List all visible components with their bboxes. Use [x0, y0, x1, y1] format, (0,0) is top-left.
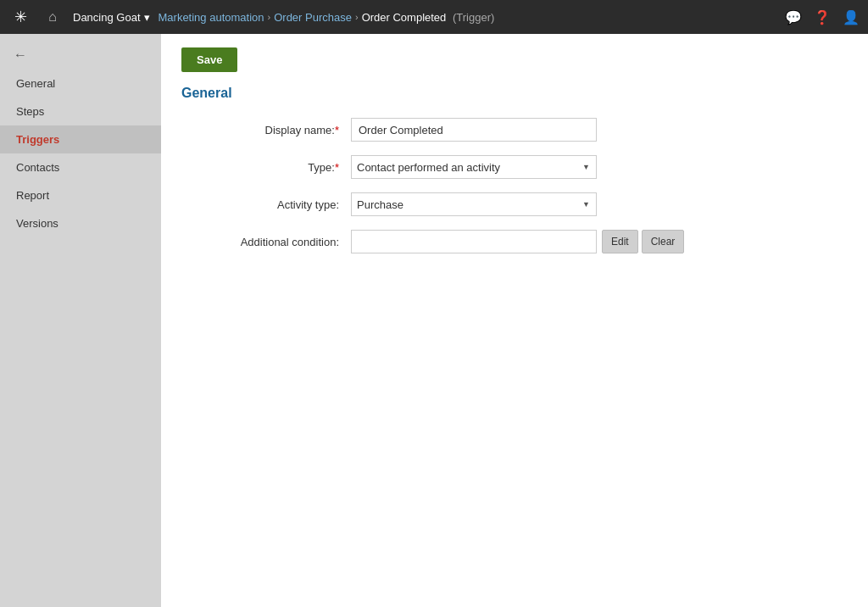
home-icon[interactable]: ⌂: [41, 5, 64, 29]
type-select[interactable]: Contact performed an activity Contact vi…: [351, 155, 597, 179]
activity-type-select-wrapper: Purchase Page visit Form submission: [351, 192, 597, 216]
clear-condition-button[interactable]: Clear: [642, 230, 685, 253]
display-name-label: Display name:*: [181, 124, 351, 136]
breadcrumb-trigger-label: (Trigger): [449, 11, 494, 24]
user-icon[interactable]: 👤: [843, 9, 860, 25]
display-name-row: Display name:*: [181, 118, 848, 142]
content-area: Save General Display name:* Type:* Conta…: [161, 34, 868, 607]
sidebar-item-report[interactable]: Report: [0, 181, 161, 209]
activity-type-select[interactable]: Purchase Page visit Form submission: [351, 192, 597, 216]
type-label: Type:*: [181, 161, 351, 174]
condition-buttons: Edit Clear: [602, 230, 684, 253]
topbar-icons: 💬 ❓ 👤: [785, 9, 860, 25]
breadcrumb: Marketing automation › Order Purchase › …: [159, 11, 777, 24]
additional-condition-label: Additional condition:: [181, 236, 351, 248]
sidebar-item-contacts[interactable]: Contacts: [0, 153, 161, 181]
site-dropdown-arrow: ▾: [144, 11, 150, 24]
sidebar-item-general[interactable]: General: [0, 70, 161, 97]
sidebar: ← General Steps Triggers Contacts Report…: [0, 34, 161, 607]
save-button[interactable]: Save: [181, 47, 237, 72]
type-row: Type:* Contact performed an activity Con…: [181, 155, 848, 179]
breadcrumb-sep-1: ›: [268, 12, 271, 22]
section-title: General: [181, 86, 848, 101]
activity-type-label: Activity type:: [181, 198, 351, 211]
topbar: ✳ ⌂ Dancing Goat ▾ Marketing automation …: [0, 0, 868, 34]
additional-condition-input[interactable]: [351, 230, 597, 253]
logo-icon[interactable]: ✳: [8, 5, 32, 29]
sidebar-item-triggers[interactable]: Triggers: [0, 125, 161, 153]
breadcrumb-order-completed: Order Completed: [362, 11, 447, 24]
help-icon[interactable]: ❓: [814, 9, 831, 25]
main-layout: ← General Steps Triggers Contacts Report…: [0, 34, 868, 607]
site-name-label: Dancing Goat: [73, 11, 141, 24]
edit-condition-button[interactable]: Edit: [602, 230, 638, 253]
back-button[interactable]: ←: [0, 41, 161, 70]
breadcrumb-sep-2: ›: [355, 12, 359, 22]
site-name[interactable]: Dancing Goat ▾: [73, 11, 150, 24]
sidebar-item-versions[interactable]: Versions: [0, 209, 161, 237]
chat-icon[interactable]: 💬: [785, 9, 802, 25]
breadcrumb-order-purchase[interactable]: Order Purchase: [274, 11, 352, 24]
sidebar-item-steps[interactable]: Steps: [0, 97, 161, 125]
activity-type-row: Activity type: Purchase Page visit Form …: [181, 192, 848, 216]
breadcrumb-marketing-automation[interactable]: Marketing automation: [159, 11, 264, 24]
additional-condition-row: Additional condition: Edit Clear: [181, 230, 848, 253]
display-name-input[interactable]: [351, 118, 597, 142]
type-select-wrapper: Contact performed an activity Contact vi…: [351, 155, 597, 179]
